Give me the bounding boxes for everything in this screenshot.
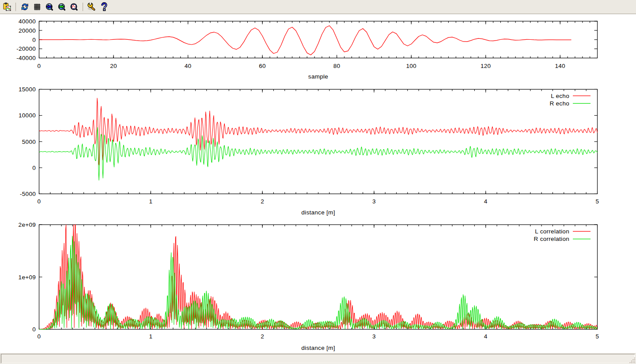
- svg-text:5: 5: [596, 333, 599, 340]
- svg-text:20000: 20000: [19, 27, 36, 34]
- svg-text:0: 0: [32, 326, 36, 333]
- svg-text:1e+09: 1e+09: [19, 274, 36, 281]
- svg-text:0: 0: [38, 198, 41, 205]
- svg-text:80: 80: [333, 63, 341, 69]
- svg-text:60: 60: [259, 63, 266, 69]
- svg-text:4: 4: [484, 198, 488, 205]
- svg-text:0: 0: [32, 37, 36, 43]
- svg-text:5: 5: [596, 198, 599, 205]
- svg-text:3: 3: [372, 198, 376, 205]
- svg-text:2e+09: 2e+09: [19, 221, 36, 228]
- svg-text:sample: sample: [308, 73, 328, 80]
- svg-text:L echo: L echo: [551, 93, 569, 99]
- svg-text:-5000: -5000: [20, 191, 36, 197]
- svg-text:-40000: -40000: [16, 55, 36, 61]
- svg-text:4: 4: [484, 333, 488, 340]
- svg-text:distance [m]: distance [m]: [301, 209, 335, 216]
- svg-text:140: 140: [555, 63, 565, 69]
- svg-text:R echo: R echo: [549, 100, 569, 107]
- svg-text:2: 2: [261, 333, 264, 340]
- svg-text:0: 0: [38, 333, 41, 340]
- svg-text:distance [m]: distance [m]: [301, 345, 335, 351]
- svg-text:100: 100: [406, 63, 416, 69]
- svg-text:0: 0: [32, 165, 36, 171]
- svg-text:40: 40: [185, 63, 192, 69]
- svg-text:10000: 10000: [19, 112, 36, 119]
- svg-text:15000: 15000: [19, 86, 36, 93]
- svg-text:1: 1: [149, 333, 152, 340]
- svg-text:5000: 5000: [22, 139, 36, 145]
- svg-text:R correlation: R correlation: [534, 236, 569, 242]
- svg-text:L correlation: L correlation: [535, 228, 569, 235]
- svg-text:40000: 40000: [19, 18, 36, 25]
- svg-text:20: 20: [110, 63, 117, 69]
- svg-text:2: 2: [261, 198, 264, 205]
- svg-text:-20000: -20000: [16, 45, 36, 52]
- svg-text:1: 1: [149, 198, 152, 205]
- svg-text:120: 120: [481, 63, 491, 69]
- svg-text:0: 0: [38, 63, 41, 69]
- svg-text:3: 3: [372, 333, 376, 340]
